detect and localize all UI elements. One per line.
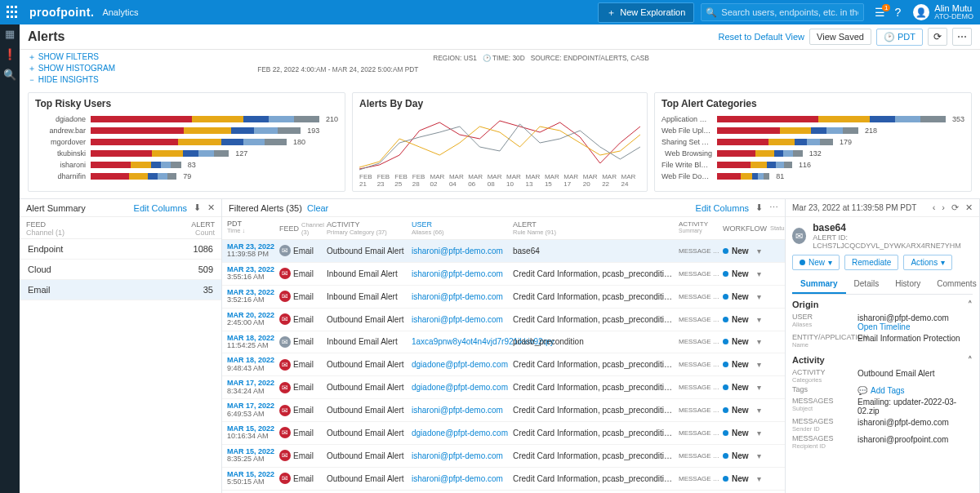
row-menu-icon[interactable]: ▾ [757, 269, 761, 278]
tab-details[interactable]: Details [846, 275, 888, 294]
bar-row[interactable]: dharnifin79 [35, 171, 338, 181]
refresh-icon[interactable]: ⟳ [928, 28, 947, 46]
hide-insights-toggle[interactable]: － HIDE INSIGHTS [28, 74, 99, 86]
row-menu-icon[interactable]: ▾ [757, 429, 761, 437]
next-icon[interactable]: › [942, 202, 945, 213]
row-menu-icon[interactable]: ▾ [757, 337, 761, 346]
show-histogram-toggle[interactable]: ＋ SHOW HISTOGRAM [28, 63, 115, 74]
chat-icon: 💬 [858, 386, 867, 395]
page-title: Alerts [28, 29, 65, 44]
row-menu-icon[interactable]: ▾ [757, 406, 761, 415]
email-icon: ✉ [279, 450, 291, 461]
new-exploration-label: New Exploration [620, 7, 685, 17]
table-row[interactable]: MAR 23, 202211:39:58 PM ✉Email Outbound … [222, 240, 785, 263]
download-icon[interactable]: ⬇ [194, 202, 201, 213]
timezone-button[interactable]: 🕑 PDT [876, 29, 923, 46]
email-icon: ✉ [279, 427, 291, 438]
bar-row[interactable]: isharoni83 [35, 160, 338, 170]
time-label: TIME: 30D [492, 54, 525, 62]
table-row[interactable]: MAR 13, 20221:24:30 AM ✉Email Outbound E… [222, 491, 785, 493]
alert-id: ALERT ID: LCHS7LJCQCDYVL_DYWKARX4RNE7YHM [813, 233, 973, 250]
collapse-icon[interactable]: ˄ [968, 300, 973, 310]
edit-columns-link[interactable]: Edit Columns [696, 203, 749, 213]
add-tags-button[interactable]: 💬Add Tags [858, 386, 973, 395]
bar-row[interactable]: File Write Block…116 [662, 160, 964, 170]
row-menu-icon[interactable]: ▾ [757, 360, 761, 369]
activity-category: Outbound Email Alert [858, 369, 973, 384]
collapse-icon[interactable]: ˄ [968, 355, 973, 366]
table-row[interactable]: MAR 17, 20228:34:24 AM ✉Email Outbound E… [222, 376, 785, 399]
summary-row[interactable]: Email35 [20, 280, 221, 300]
table-row[interactable]: MAR 15, 202210:16:34 AM ✉Email Outbound … [222, 422, 785, 445]
summary-row[interactable]: Cloud509 [20, 260, 221, 280]
search-icon: 🔍 [706, 7, 717, 18]
alert-icon: ✉ [792, 228, 806, 244]
download-icon[interactable]: ⬇ [755, 202, 763, 213]
table-row[interactable]: MAR 15, 20228:35:25 AM ✉Email Outbound E… [222, 445, 785, 468]
row-menu-icon[interactable]: ▾ [757, 474, 761, 483]
prev-icon[interactable]: ‹ [933, 202, 936, 213]
new-exploration-button[interactable]: ＋New Exploration [598, 2, 694, 23]
row-menu-icon[interactable]: ▾ [757, 451, 761, 460]
email-icon: ✉ [279, 405, 291, 416]
bar-row[interactable]: andrew.bar193 [35, 126, 338, 135]
reset-view-link[interactable]: Reset to Default View [718, 32, 804, 42]
bar-row[interactable]: Sharing Set Aler…179 [662, 137, 964, 147]
tab-history[interactable]: History [887, 275, 929, 294]
edit-columns-link[interactable]: Edit Columns [134, 203, 187, 213]
table-row[interactable]: MAR 17, 20226:49:53 AM ✉Email Outbound E… [222, 399, 785, 422]
chevron-down-icon: ▾ [828, 258, 832, 267]
bar-row[interactable]: dgiadone210 [35, 114, 338, 124]
row-menu-icon[interactable]: ▾ [757, 383, 761, 392]
close-icon[interactable]: ✕ [965, 202, 973, 213]
rail-explore-icon[interactable]: 🔍 [3, 69, 16, 81]
open-timeline-link[interactable]: Open Timeline [858, 322, 910, 331]
summary-row[interactable]: Endpoint1086 [20, 239, 221, 260]
row-menu-icon[interactable]: ▾ [757, 246, 761, 255]
bar-row[interactable]: Web Browsing132 [662, 149, 964, 158]
notifications-icon[interactable]: ☰1 [871, 6, 889, 19]
email-icon: ✉ [279, 268, 291, 279]
bar-row[interactable]: Web File Downloa…81 [662, 171, 964, 181]
more-icon[interactable]: ⋯ [769, 202, 778, 213]
region-label: REGION: US1 [433, 54, 477, 62]
top-alert-categories-card: Top Alert Categories Application Use353W… [654, 92, 972, 192]
actions-menu[interactable]: Actions ▾ [903, 255, 952, 270]
table-row[interactable]: MAR 15, 20225:50:15 AM ✉Email Outbound E… [222, 468, 785, 491]
email-icon: ✉ [279, 313, 291, 325]
apps-icon[interactable] [7, 6, 20, 19]
table-row[interactable]: MAR 18, 202211:54:25 AM ✉Email Inbound E… [222, 331, 785, 354]
tab-comments[interactable]: Comments [929, 275, 979, 294]
table-row[interactable]: MAR 23, 20223:55:16 AM ✉Email Inbound Em… [222, 263, 785, 286]
bar-row[interactable]: Application Use353 [662, 114, 964, 124]
tab-summary[interactable]: Summary [792, 275, 846, 294]
bar-row[interactable]: Web File Upload218 [662, 126, 964, 135]
message-subject: Emailing: updater-2022-03-02.zip [858, 398, 973, 415]
remediate-button[interactable]: Remediate [844, 255, 898, 270]
rail-alert-icon[interactable]: ❗ [3, 48, 16, 60]
rail-dashboard-icon[interactable]: ▦ [5, 28, 15, 40]
help-icon[interactable]: ? [889, 6, 906, 19]
view-saved-button[interactable]: View Saved [809, 29, 871, 45]
table-row[interactable]: MAR 18, 20229:48:43 AM ✉Email Outbound E… [222, 353, 785, 376]
show-filters-toggle[interactable]: ＋ SHOW FILTERS [28, 51, 99, 63]
email-icon: ✉ [279, 382, 291, 393]
activity-heading: Activity [792, 355, 825, 366]
bar-row[interactable]: mgordover180 [35, 137, 338, 147]
filtered-alerts-title: Filtered Alerts (35) [229, 203, 302, 213]
close-icon[interactable]: ✕ [207, 202, 215, 213]
message-recipient: isharoni@proofpoint.com [858, 435, 973, 450]
clear-filter-link[interactable]: Clear [307, 203, 328, 213]
global-search-input[interactable] [701, 3, 864, 21]
table-row[interactable]: MAR 20, 20222:45:00 AM ✉Email Outbound E… [222, 309, 785, 331]
source-label: SOURCE: ENDPOINT/ALERTS, CASB [531, 54, 649, 62]
table-row[interactable]: MAR 23, 20223:52:16 AM ✉Email Inbound Em… [222, 286, 785, 309]
status-select[interactable]: New ▾ [792, 255, 840, 270]
bar-row[interactable]: tkubinski127 [35, 149, 338, 158]
row-menu-icon[interactable]: ▾ [757, 315, 761, 324]
row-menu-icon[interactable]: ▾ [757, 292, 761, 301]
origin-entity: Email Information Protection [858, 334, 973, 349]
refresh-icon[interactable]: ⟳ [951, 202, 959, 213]
more-icon[interactable]: ⋯ [952, 28, 972, 46]
user-menu[interactable]: 👤 Alin Mutu ATO-DEMO [913, 4, 973, 20]
